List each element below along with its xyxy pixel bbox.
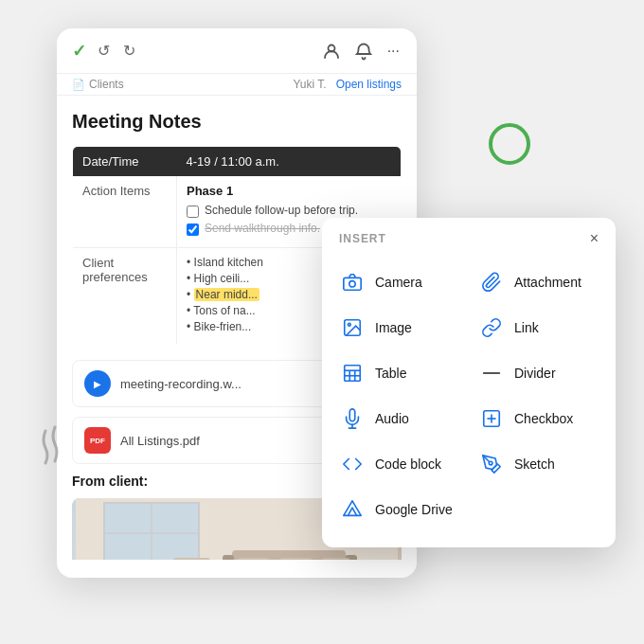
insert-image-item[interactable]: Image [330, 305, 469, 350]
phase-label: Phase 1 [187, 184, 391, 198]
recording-label: meeting-recording.w... [120, 377, 242, 391]
camera-icon [339, 269, 366, 295]
checkbox-label: Checkbox [514, 411, 573, 426]
open-listings-link[interactable]: Open listings [336, 78, 402, 91]
more-options-button[interactable]: ··· [385, 41, 402, 62]
image-icon [339, 314, 366, 341]
codeblock-label: Code block [375, 456, 441, 472]
green-circle-indicator [489, 123, 530, 165]
link-icon [478, 314, 505, 341]
divider-label: Divider [514, 366, 556, 381]
play-icon: ▶ [84, 370, 111, 397]
insert-divider-item[interactable]: Divider [469, 350, 608, 396]
task1-item: Schedule follow-up before trip. [187, 204, 391, 218]
pref-highlight: Near midd... [194, 288, 259, 301]
toolbar-right: ··· [321, 41, 402, 62]
insert-googledrive-item[interactable]: Google Drive [330, 487, 469, 532]
camera-label: Camera [375, 275, 422, 290]
pdf-icon: PDF [84, 427, 111, 454]
user-label: Yuki T. [293, 78, 326, 91]
insert-audio-item[interactable]: Audio [330, 396, 469, 441]
sketch-icon [478, 451, 505, 477]
insert-camera-item[interactable]: Camera [330, 259, 469, 305]
bell-icon [353, 41, 374, 62]
table-icon [339, 360, 366, 386]
insert-checkbox-item[interactable]: Checkbox [469, 396, 608, 441]
doc-icon: 📄 [72, 79, 85, 91]
svg-rect-9 [223, 555, 234, 560]
toolbar-left: ✓ ↺ ↻ [72, 40, 313, 62]
googledrive-label: Google Drive [375, 502, 453, 517]
insert-codeblock-item[interactable]: Code block [330, 441, 469, 487]
link-label: Link [514, 320, 539, 335]
insert-attachment-item[interactable]: Attachment [469, 259, 608, 305]
svg-rect-11 [237, 558, 270, 560]
breadcrumb-actions: Yuki T. Open listings [293, 78, 402, 91]
logo-mark [38, 421, 72, 474]
check-icon: ✓ [72, 41, 86, 62]
modal-grid: Camera Attachment Image Link [322, 256, 616, 547]
toolbar: ✓ ↺ ↻ ··· [57, 28, 417, 74]
svg-point-31 [489, 461, 492, 465]
insert-table-item[interactable]: Table [330, 350, 469, 396]
image-label: Image [375, 320, 412, 335]
table-label: Table [375, 366, 406, 381]
svg-rect-12 [279, 558, 313, 560]
redo-button[interactable]: ↻ [121, 40, 137, 62]
action-items-label: Action Items [73, 176, 177, 248]
modal-close-button[interactable]: × [590, 231, 599, 246]
page-title: Meeting Notes [72, 111, 402, 133]
insert-link-item[interactable]: Link [469, 305, 608, 350]
pdf-label: All Listings.pdf [120, 434, 200, 448]
person-icon [321, 41, 342, 62]
insert-sketch-item[interactable]: Sketch [469, 441, 608, 487]
task1-label: Schedule follow-up before trip. [205, 204, 358, 217]
svg-rect-20 [345, 366, 361, 382]
svg-point-19 [348, 323, 350, 326]
audio-icon [339, 405, 366, 432]
task2-label: Send walkthrough info. [205, 222, 320, 235]
svg-marker-32 [344, 501, 361, 516]
attachment-label: Attachment [514, 275, 581, 290]
sketch-label: Sketch [514, 456, 555, 472]
breadcrumb-bar: 📄 Clients Yuki T. Open listings [57, 74, 417, 96]
task2-checkbox[interactable] [187, 224, 199, 236]
modal-header: INSERT × [322, 218, 616, 256]
breadcrumb-label[interactable]: Clients [89, 78, 124, 91]
task1-checkbox[interactable] [187, 206, 199, 218]
divider-icon [478, 360, 505, 386]
undo-button[interactable]: ↺ [96, 40, 112, 62]
codeblock-icon [339, 451, 366, 477]
svg-rect-13 [322, 558, 350, 560]
col-datetime-val: 4-19 / 11:00 a.m. [177, 147, 402, 177]
breadcrumb: 📄 Clients [72, 78, 124, 91]
checkbox-icon [478, 405, 505, 432]
attachment-icon [478, 269, 505, 295]
svg-rect-15 [173, 558, 210, 560]
audio-label: Audio [375, 411, 409, 426]
googledrive-icon [339, 496, 366, 523]
client-prefs-label: Client preferences [73, 248, 177, 345]
svg-point-17 [349, 281, 355, 287]
modal-title: INSERT [339, 232, 386, 245]
svg-rect-16 [344, 277, 361, 290]
col-datetime: Date/Time [73, 147, 177, 177]
insert-modal: INSERT × Camera Attachment Image [322, 218, 616, 547]
